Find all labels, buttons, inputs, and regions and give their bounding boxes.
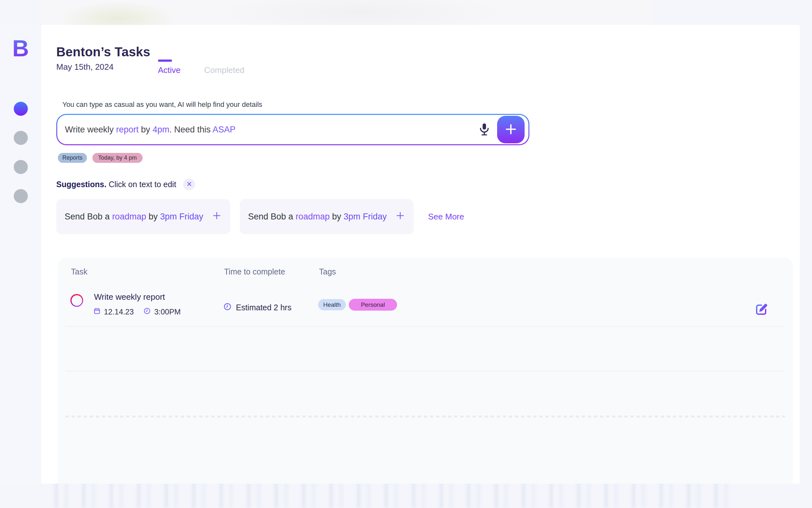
row-separator xyxy=(65,326,785,327)
composer-hint: You can type as casual as you want, AI w… xyxy=(62,100,262,109)
text-segment: . Need this xyxy=(170,125,212,134)
column-header-task: Task xyxy=(71,267,87,277)
sidebar-nav-dot-1[interactable] xyxy=(14,102,28,116)
clock-icon xyxy=(223,302,232,313)
tab-active[interactable]: Active xyxy=(158,59,181,75)
tab-completed-label: Completed xyxy=(204,65,245,75)
active-tab-indicator xyxy=(158,59,172,62)
task-tags: Health Personal xyxy=(318,299,397,311)
chip-category[interactable]: Reports xyxy=(58,153,87,163)
bottom-decor-band xyxy=(54,482,738,508)
tab-active-label: Active xyxy=(158,65,181,75)
edit-icon xyxy=(754,313,769,318)
task-input-text: Write weekly report by 4pm. Need this AS… xyxy=(65,125,475,135)
microphone-icon xyxy=(477,122,492,137)
text-segment: Write weekly xyxy=(65,125,116,134)
row-separator xyxy=(65,371,785,371)
plus-icon xyxy=(504,122,518,137)
sidebar-nav-dot-4[interactable] xyxy=(14,189,28,203)
chip-due[interactable]: Today, by 4 pm xyxy=(92,153,143,163)
tag-personal: Personal xyxy=(349,299,397,311)
column-header-tags: Tags xyxy=(319,267,336,277)
row-separator-dashed xyxy=(65,416,785,418)
add-suggestion-button[interactable] xyxy=(395,211,405,223)
highlight-segment: ASAP xyxy=(212,125,236,134)
text-segment: by xyxy=(139,125,153,134)
top-decor-band xyxy=(41,0,653,25)
x-icon xyxy=(186,181,192,188)
sidebar: B xyxy=(0,25,41,484)
page-header: Benton’s Tasks May 15th, 2024 xyxy=(56,45,150,72)
calendar-icon xyxy=(93,307,101,317)
suggestion-card[interactable]: Send Bob a roadmap by 3pm Friday xyxy=(56,199,230,234)
tag-health: Health xyxy=(318,299,346,310)
task-time: 3:00PM xyxy=(154,307,181,316)
task-estimate-label: Estimated 2 hrs xyxy=(236,303,292,312)
plus-icon xyxy=(211,211,222,223)
suggestions-title: Suggestions. xyxy=(56,180,106,189)
see-more-link[interactable]: See More xyxy=(428,212,464,222)
plus-icon xyxy=(395,211,405,223)
highlight-segment[interactable]: roadmap xyxy=(296,212,330,221)
microphone-button[interactable] xyxy=(475,120,493,139)
page-date: May 15th, 2024 xyxy=(56,62,150,72)
text-segment[interactable]: by xyxy=(146,212,160,221)
task-meta: 12.14.23 3:00PM xyxy=(93,307,181,317)
sidebar-nav-dot-2[interactable] xyxy=(14,131,28,145)
task-table: Task Time to complete Tags Write weekly … xyxy=(57,257,793,484)
parsed-chips: Reports Today, by 4 pm xyxy=(58,153,143,163)
tab-bar: Active Completed xyxy=(158,59,245,75)
highlight-segment[interactable]: 3pm Friday xyxy=(344,212,387,221)
highlight-segment: report xyxy=(116,125,139,134)
suggestions-close-button[interactable] xyxy=(183,178,195,190)
highlight-segment[interactable]: 3pm Friday xyxy=(160,212,203,221)
page-title: Benton’s Tasks xyxy=(56,45,150,59)
highlight-segment: 4pm xyxy=(152,125,170,134)
task-title: Write weekly report xyxy=(94,292,165,302)
suggestion-text: Send Bob a roadmap by 3pm Friday xyxy=(248,212,387,222)
text-segment[interactable]: Send Bob a xyxy=(64,212,112,221)
add-suggestion-button[interactable] xyxy=(211,211,222,223)
sidebar-nav-dot-3[interactable] xyxy=(14,160,28,174)
tab-completed[interactable]: Completed xyxy=(204,59,245,75)
add-task-button[interactable] xyxy=(497,116,525,143)
task-estimate: Estimated 2 hrs xyxy=(223,302,292,313)
suggestion-text: Send Bob a roadmap by 3pm Friday xyxy=(64,212,203,222)
app-window: B Benton’s Tasks May 15th, 2024 Active C… xyxy=(0,25,800,484)
text-segment[interactable]: Send Bob a xyxy=(248,212,296,221)
suggestions-subtitle: Click on text to edit xyxy=(106,180,176,189)
task-date: 12.14.23 xyxy=(104,307,134,316)
task-input[interactable]: Write weekly report by 4pm. Need this AS… xyxy=(56,114,529,145)
clock-icon xyxy=(143,307,151,317)
task-checkbox[interactable] xyxy=(70,294,83,307)
app-screen: B Benton’s Tasks May 15th, 2024 Active C… xyxy=(0,0,812,508)
suggestions-header: Suggestions. Click on text to edit xyxy=(56,178,195,190)
sidebar-nav xyxy=(0,102,41,203)
text-segment[interactable]: by xyxy=(330,212,344,221)
suggestion-card[interactable]: Send Bob a roadmap by 3pm Friday xyxy=(240,199,414,234)
column-header-time: Time to complete xyxy=(224,267,285,277)
highlight-segment[interactable]: roadmap xyxy=(112,212,146,221)
suggestions-row: Send Bob a roadmap by 3pm Friday Send Bo… xyxy=(56,199,464,234)
app-logo: B xyxy=(0,35,41,61)
edit-task-button[interactable] xyxy=(754,302,769,317)
